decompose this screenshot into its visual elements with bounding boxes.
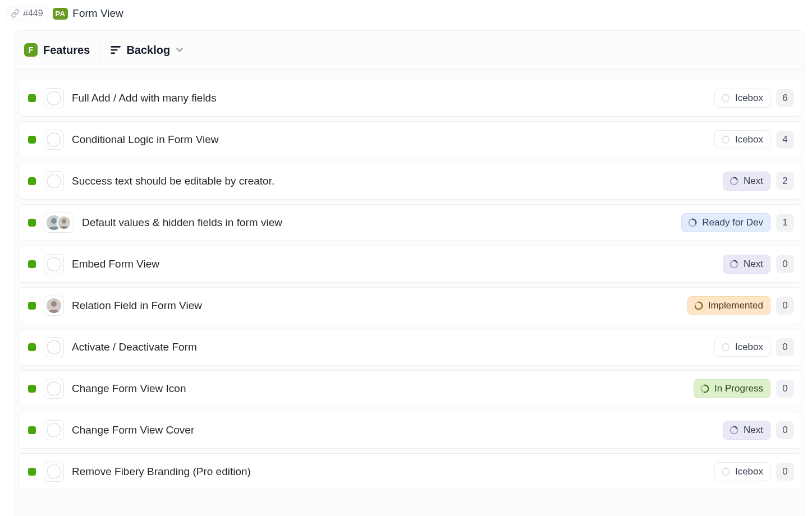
status-label: Next bbox=[744, 425, 763, 436]
status-label: Implemented bbox=[708, 300, 763, 311]
feature-row[interactable]: Success text should be editable by creat… bbox=[19, 163, 801, 200]
assignee-empty-icon bbox=[47, 91, 61, 105]
status-label: Icebox bbox=[735, 342, 763, 353]
feature-row[interactable]: Default values & hidden fields in form v… bbox=[19, 204, 801, 241]
count-badge: 0 bbox=[776, 297, 794, 315]
feature-type-icon bbox=[28, 302, 36, 310]
status-pill[interactable]: Next bbox=[723, 255, 770, 274]
assignee-selector[interactable] bbox=[44, 171, 64, 191]
feature-type-icon bbox=[28, 260, 36, 268]
feature-title: Default values & hidden fields in form v… bbox=[82, 216, 673, 229]
status-label: Icebox bbox=[735, 93, 763, 104]
feature-row[interactable]: Remove Fibery Branding (Pro edition) Ice… bbox=[19, 453, 801, 490]
backlog-icon bbox=[111, 46, 121, 54]
feature-type-icon bbox=[28, 468, 36, 476]
avatar bbox=[47, 298, 61, 313]
row-right: Icebox 0 bbox=[714, 338, 794, 357]
status-pill[interactable]: Icebox bbox=[714, 89, 770, 108]
feature-title: Full Add / Add with many fields bbox=[72, 92, 707, 104]
feature-type-icon bbox=[28, 426, 36, 434]
count-badge: 1 bbox=[776, 214, 794, 232]
feature-type-icon bbox=[28, 136, 36, 144]
row-right: Ready for Dev 1 bbox=[681, 213, 794, 232]
status-label: Next bbox=[744, 176, 763, 187]
status-progress-icon bbox=[721, 342, 731, 352]
status-pill[interactable]: Implemented bbox=[687, 296, 770, 315]
link-or-create-input[interactable]: Link or create bbox=[15, 500, 805, 516]
feature-type-icon bbox=[28, 94, 36, 102]
view-selector[interactable]: Backlog bbox=[103, 31, 191, 69]
row-right: In Progress 0 bbox=[694, 379, 794, 398]
feature-title: Change Form View Cover bbox=[72, 424, 715, 436]
count-badge: 0 bbox=[776, 255, 794, 273]
status-pill[interactable]: Icebox bbox=[714, 338, 770, 357]
feature-row[interactable]: Embed Form View Next 0 bbox=[19, 246, 801, 283]
status-progress-icon bbox=[729, 425, 739, 435]
assignee-selector[interactable] bbox=[44, 88, 64, 108]
feature-row[interactable]: Change Form View Icon In Progress 0 bbox=[19, 370, 801, 407]
feature-row[interactable]: Activate / Deactivate Form Icebox 0 bbox=[19, 329, 801, 366]
count-badge: 0 bbox=[776, 380, 794, 398]
assignee-empty-icon bbox=[47, 340, 61, 354]
assignee-selector[interactable] bbox=[44, 337, 64, 357]
count-badge: 0 bbox=[776, 421, 794, 439]
row-right: Icebox 4 bbox=[714, 130, 794, 149]
feature-row[interactable]: Conditional Logic in Form View Icebox 4 bbox=[19, 121, 801, 158]
status-progress-icon bbox=[721, 467, 731, 477]
assignee-selector[interactable] bbox=[44, 296, 64, 316]
assignee-selector[interactable] bbox=[44, 254, 64, 274]
tab-label: Features bbox=[43, 44, 90, 57]
status-pill[interactable]: Icebox bbox=[714, 462, 770, 481]
count-badge: 6 bbox=[776, 89, 794, 107]
status-progress-icon bbox=[721, 135, 731, 145]
avatar bbox=[57, 215, 71, 230]
tab-features[interactable]: F Features bbox=[22, 31, 100, 69]
feature-row[interactable]: Full Add / Add with many fields Icebox 6 bbox=[19, 80, 801, 117]
feature-row[interactable]: Relation Field in Form View Implemented … bbox=[19, 287, 801, 324]
panel-header: F Features Backlog bbox=[15, 31, 805, 70]
feature-title: Embed Form View bbox=[72, 258, 715, 270]
status-pill[interactable]: Ready for Dev bbox=[681, 213, 770, 232]
assignee-selector[interactable] bbox=[44, 213, 74, 233]
status-pill[interactable]: In Progress bbox=[694, 379, 770, 398]
breadcrumb-parent-link[interactable]: #449 bbox=[7, 7, 48, 20]
status-progress-icon bbox=[721, 93, 731, 103]
status-pill[interactable]: Next bbox=[723, 421, 770, 440]
status-label: Icebox bbox=[735, 134, 763, 145]
feature-type-icon bbox=[28, 343, 36, 351]
svg-point-10 bbox=[51, 218, 57, 224]
assignee-empty-icon bbox=[47, 257, 61, 271]
row-right: Next 2 bbox=[723, 172, 794, 191]
svg-point-3 bbox=[722, 95, 730, 102]
svg-rect-0 bbox=[111, 46, 121, 48]
feature-type-icon bbox=[28, 385, 36, 393]
feature-title: Success text should be editable by creat… bbox=[72, 175, 715, 187]
feature-badge-icon: F bbox=[24, 43, 38, 57]
row-right: Icebox 6 bbox=[714, 89, 794, 108]
assignee-selector[interactable] bbox=[44, 462, 64, 482]
chevron-down-icon bbox=[176, 46, 183, 54]
status-progress-icon bbox=[729, 259, 739, 269]
svg-point-21 bbox=[722, 344, 730, 351]
count-badge: 4 bbox=[776, 131, 794, 149]
status-label: Ready for Dev bbox=[702, 217, 763, 228]
feature-title: Activate / Deactivate Form bbox=[72, 341, 707, 353]
assignee-selector[interactable] bbox=[44, 379, 64, 399]
assignee-selector[interactable] bbox=[44, 130, 64, 150]
status-label: Icebox bbox=[735, 466, 763, 477]
feature-row[interactable]: Change Form View Cover Next 0 bbox=[19, 412, 801, 449]
count-badge: 0 bbox=[776, 463, 794, 481]
status-pill[interactable]: Icebox bbox=[714, 130, 770, 149]
header-divider bbox=[100, 39, 100, 61]
count-badge: 2 bbox=[776, 172, 794, 190]
row-right: Icebox 0 bbox=[714, 462, 794, 481]
feature-title: Conditional Logic in Form View bbox=[72, 133, 707, 146]
breadcrumb-title: Form View bbox=[72, 7, 123, 20]
svg-point-12 bbox=[62, 219, 66, 223]
assignee-selector[interactable] bbox=[44, 420, 64, 440]
feature-title: Remove Fibery Branding (Pro edition) bbox=[72, 466, 707, 478]
assignee-empty-icon bbox=[47, 132, 61, 147]
svg-point-18 bbox=[51, 301, 57, 307]
row-right: Implemented 0 bbox=[687, 296, 794, 315]
status-pill[interactable]: Next bbox=[723, 172, 770, 191]
